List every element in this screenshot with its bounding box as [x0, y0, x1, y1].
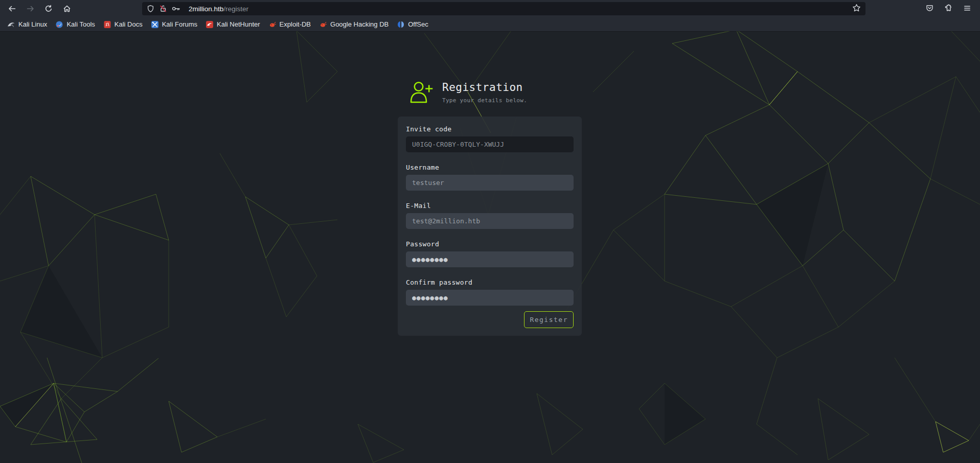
offsec-icon [397, 20, 405, 29]
bookmark-label: Kali Forums [162, 20, 197, 28]
forward-button[interactable] [22, 2, 38, 16]
exploit-db-icon [268, 20, 277, 29]
home-icon [63, 5, 71, 13]
bookmark-google-hacking-db[interactable]: Google Hacking DB [315, 19, 393, 30]
extensions-puzzle-icon [944, 4, 953, 14]
bookmark-label: Kali Tools [66, 20, 95, 28]
home-button[interactable] [59, 2, 75, 16]
key-icon[interactable] [172, 5, 180, 13]
add-user-icon [408, 80, 433, 106]
password-label: Password [406, 240, 574, 248]
email-field[interactable] [406, 213, 574, 229]
kali-tools-icon [55, 20, 63, 29]
extensions-button[interactable] [941, 2, 956, 16]
username-group: Username [406, 164, 574, 191]
bookmark-kali-nethunter[interactable]: Kali NetHunter [201, 19, 264, 30]
url-bar[interactable]: 2million.htb/register [142, 2, 865, 15]
url-text: 2million.htb/register [189, 5, 248, 13]
kali-nethunter-icon [206, 20, 214, 29]
confirm-password-group: Confirm password [406, 279, 574, 306]
page-title: Registration [442, 81, 527, 94]
toolbar-right-icons [922, 2, 976, 16]
bookmark-label: OffSec [408, 20, 428, 28]
pocket-icon [925, 4, 934, 14]
bookmark-exploit-db[interactable]: Exploit-DB [264, 19, 315, 30]
shield-icon[interactable] [147, 5, 154, 13]
bookmark-kali-linux[interactable]: Kali Linux [3, 19, 51, 30]
bookmark-kali-docs[interactable]: Kali Docs [99, 19, 147, 30]
bookmark-label: Kali Linux [18, 20, 47, 28]
url-path: /register [223, 5, 248, 13]
kali-forums-icon [151, 20, 159, 29]
bookmark-kali-forums[interactable]: Kali Forums [147, 19, 201, 30]
page-content: Registration Type your details below. In… [0, 31, 980, 463]
email-label: E-Mail [406, 202, 574, 210]
url-host: 2million.htb [189, 5, 223, 13]
register-button[interactable]: Register [524, 311, 574, 328]
forward-icon [26, 5, 35, 13]
password-field[interactable] [406, 251, 574, 267]
bookmark-label: Kali NetHunter [217, 20, 260, 28]
username-label: Username [406, 164, 574, 172]
kali-dragon-icon [7, 20, 15, 29]
browser-toolbar: 2million.htb/register [0, 0, 980, 17]
page-subtitle: Type your details below. [442, 97, 527, 104]
back-icon [8, 5, 16, 13]
registration-header: Registration Type your details below. [408, 80, 527, 106]
reload-icon [44, 5, 53, 13]
back-button[interactable] [4, 2, 19, 16]
bookmark-label: Exploit-DB [280, 20, 311, 28]
hamburger-menu-icon [963, 4, 971, 14]
username-input[interactable] [406, 175, 574, 191]
password-group: Password [406, 240, 574, 267]
button-row: Register [406, 311, 574, 328]
google-hacking-db-icon [319, 20, 327, 29]
reload-button[interactable] [41, 2, 56, 16]
registration-card: Invite code Username E-Mail Password Con… [398, 117, 582, 336]
invite-code-group: Invite code [406, 125, 574, 152]
bookmark-star-icon [852, 4, 861, 14]
confirm-password-field[interactable] [406, 290, 574, 306]
menu-button[interactable] [960, 2, 975, 16]
insecure-lock-icon[interactable] [159, 5, 167, 13]
confirm-password-label: Confirm password [406, 279, 574, 287]
bookmark-label: Google Hacking DB [330, 20, 389, 28]
bookmark-label: Kali Docs [115, 20, 143, 28]
invite-code-input[interactable] [406, 136, 574, 152]
pocket-button[interactable] [922, 2, 937, 16]
bookmark-offsec[interactable]: OffSec [393, 19, 432, 30]
kali-docs-icon [103, 20, 111, 29]
bookmark-star-button[interactable] [852, 4, 861, 14]
bookmarks-bar: Kali Linux Kali Tools Kali Docs Kali For… [0, 17, 980, 31]
bookmark-kali-tools[interactable]: Kali Tools [51, 19, 99, 30]
invite-code-label: Invite code [406, 125, 574, 133]
email-group: E-Mail [406, 202, 574, 229]
